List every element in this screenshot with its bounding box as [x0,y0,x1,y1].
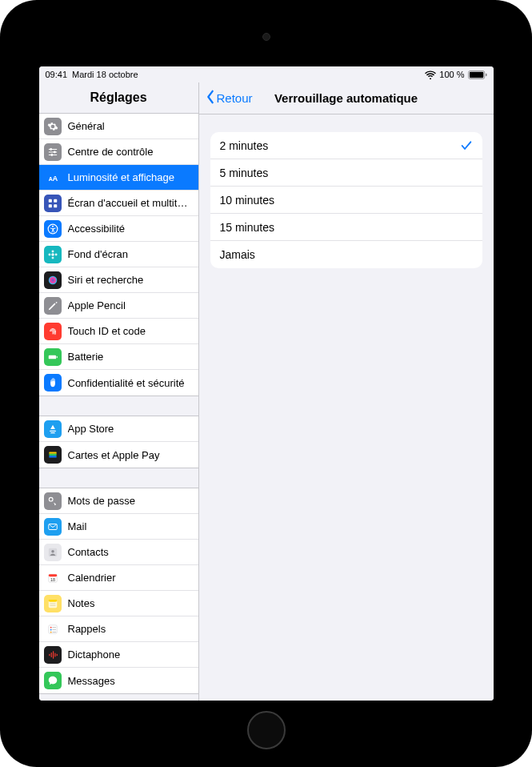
sidebar-item-label: Écran d'accueil et multitâ… [68,197,192,209]
back-label: Retour [217,91,253,105]
svg-point-4 [50,148,52,151]
sidebar-item-passwords[interactable]: Mots de passe [39,488,198,514]
gear-icon [44,118,62,135]
sidebar-item-touch-id[interactable]: Touch ID et code [39,319,198,344]
sidebar-item-control-center[interactable]: Centre de contrôle [39,139,198,165]
svg-rect-49 [54,653,55,657]
option-label: 2 minutes [220,139,269,152]
sidebar-item-label: Calendrier [68,572,192,584]
svg-rect-13 [48,204,51,207]
reminders-icon [44,620,62,638]
svg-rect-27 [49,456,56,457]
sidebar-item-app-store[interactable]: App Store [39,416,198,442]
sidebar-item-battery[interactable]: Batterie [39,344,198,370]
status-date: Mardi 18 octobre [72,70,138,79]
sliders-icon [44,143,62,161]
svg-rect-33 [48,574,57,576]
autolock-option[interactable]: 15 minutes [210,214,482,241]
svg-rect-1 [469,71,482,77]
settings-sidebar: Réglages GénéralCentre de contrôleAALumi… [39,82,199,701]
sidebar-item-label: Fond d'écran [68,248,192,260]
sidebar-item-label: Centre de contrôle [68,146,192,158]
sidebar-item-label: Mail [68,520,192,532]
svg-point-19 [51,256,54,259]
svg-point-21 [54,253,57,255]
autolock-option[interactable]: 2 minutes [210,132,482,159]
svg-rect-14 [54,204,57,207]
sidebar-item-siri[interactable]: Siri et recherche [39,267,198,293]
sidebar-item-label: Contacts [68,546,192,558]
sidebar-item-label: Cartes et Apple Pay [68,449,192,461]
svg-point-28 [49,497,53,501]
svg-rect-2 [486,73,486,76]
sidebar-item-label: Apple Pencil [68,299,192,311]
svg-rect-50 [56,653,57,655]
sidebar-item-general[interactable]: Général [39,114,198,139]
svg-rect-23 [48,355,55,359]
home-button[interactable] [247,711,286,749]
option-label: 10 minutes [220,194,274,207]
svg-point-18 [51,250,54,252]
sidebar-item-mail[interactable]: Mail [39,514,198,540]
sidebar-item-label: Mots de passe [68,495,192,507]
svg-rect-12 [54,199,57,202]
svg-point-42 [50,628,51,630]
autolock-options: 2 minutes5 minutes10 minutes15 minutesJa… [210,132,482,268]
sidebar-item-label: Touch ID et code [68,325,192,337]
sidebar-item-label: Confidentialité et sécurité [68,377,192,389]
sidebar-item-home-screen[interactable]: Écran d'accueil et multitâ… [39,191,198,216]
wifi-icon [425,70,436,79]
autolock-option[interactable]: 10 minutes [210,187,482,214]
svg-rect-25 [49,452,56,454]
sidebar-item-messages[interactable]: Messages [39,668,198,693]
sidebar-item-label: Général [68,120,192,132]
fingerprint-icon [44,323,62,340]
sidebar-item-apple-pencil[interactable]: Apple Pencil [39,293,198,319]
svg-rect-48 [53,651,54,658]
svg-point-6 [53,151,55,153]
sidebar-item-privacy[interactable]: Confidentialité et sécurité [39,370,198,396]
sidebar-item-label: Notes [68,597,192,609]
sidebar-item-calendar[interactable]: 18Calendrier [39,565,198,591]
sidebar-item-label: Luminosité et affichage [68,171,192,183]
sidebar-title: Réglages [39,82,198,113]
svg-point-40 [50,626,51,628]
sidebar-item-wallet[interactable]: Cartes et Apple Pay [39,442,198,468]
accessibility-icon [44,220,62,238]
sidebar-item-notes[interactable]: Notes [39,591,198,616]
option-label: 5 minutes [220,167,269,179]
contacts-icon [44,544,62,561]
sidebar-item-label: Accessibilité [68,223,192,235]
option-label: Jamais [220,248,255,261]
mail-icon [44,518,62,536]
sidebar-item-label: Batterie [68,351,192,363]
battery-full-icon [468,70,487,79]
svg-rect-46 [49,653,50,655]
sidebar-item-label: Messages [68,675,192,687]
waveform-icon [44,646,62,664]
svg-point-44 [50,631,51,632]
hand-icon [44,374,62,392]
autolock-option[interactable]: 5 minutes [210,159,482,187]
autolock-option[interactable]: Jamais [210,241,482,268]
front-camera [262,33,270,41]
battery-icon [44,348,62,366]
sidebar-item-reminders[interactable]: Rappels [39,616,198,642]
back-button[interactable]: Retour [206,90,253,106]
messages-icon [44,672,62,689]
sidebar-item-contacts[interactable]: Contacts [39,540,198,565]
sidebar-item-voice-memos[interactable]: Dictaphone [39,642,198,668]
svg-point-20 [48,253,50,255]
battery-percentage: 100 % [439,70,464,79]
sidebar-scroll[interactable]: GénéralCentre de contrôleAALuminosité et… [39,113,198,701]
svg-rect-26 [49,454,56,456]
svg-rect-11 [48,199,51,202]
sidebar-item-wallpaper[interactable]: Fond d'écran [39,242,198,267]
sidebar-item-display[interactable]: AALuminosité et affichage [39,165,198,191]
calendar-icon: 18 [44,569,62,587]
notes-icon [44,595,62,612]
svg-text:18: 18 [50,576,55,581]
siri-icon [44,271,62,289]
sidebar-item-label: Dictaphone [68,649,192,661]
sidebar-item-accessibility[interactable]: Accessibilité [39,216,198,242]
